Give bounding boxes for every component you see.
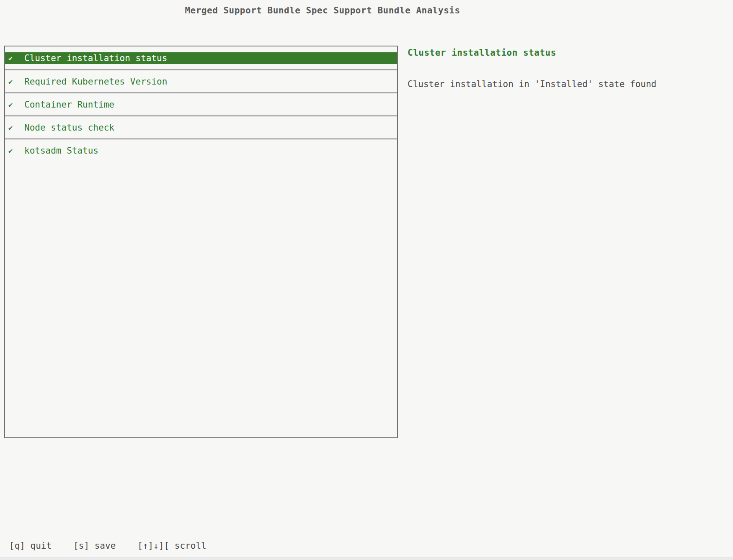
analyzer-row-bar: ✔ Cluster installation status xyxy=(5,52,397,64)
detail-panel-message: Cluster installation in 'Installed' stat… xyxy=(408,79,656,90)
analyzer-item-label: Required Kubernetes Version xyxy=(24,77,167,87)
app-title: Merged Support Bundle Spec Support Bundl… xyxy=(0,5,645,15)
analyzer-list-item[interactable]: ✔ kotsadm Status xyxy=(5,139,397,162)
analyzer-row-bar: ✔ Required Kubernetes Version xyxy=(5,76,397,87)
analyzer-item-label: Node status check xyxy=(24,123,114,133)
analyzer-item-label: Cluster installation status xyxy=(24,53,167,63)
scroll-key-hint: [↑]↓][ scroll xyxy=(137,541,206,551)
check-pass-icon: ✔ xyxy=(8,54,24,62)
save-key-hint: [s] save xyxy=(73,541,116,551)
check-pass-icon: ✔ xyxy=(8,146,24,155)
detail-panel: Cluster installation status Cluster inst… xyxy=(408,47,656,90)
analyzer-results-list[interactable]: ✔ Cluster installation status ✔ Required… xyxy=(4,46,398,438)
check-pass-icon: ✔ xyxy=(8,100,24,109)
analyzer-item-label: Container Runtime xyxy=(24,100,114,110)
check-pass-icon: ✔ xyxy=(8,77,24,86)
analyzer-item-label: kotsadm Status xyxy=(24,146,98,156)
check-pass-icon: ✔ xyxy=(8,123,24,132)
terminal-screen: Merged Support Bundle Spec Support Bundl… xyxy=(0,0,733,560)
analyzer-list-item[interactable]: ✔ Container Runtime xyxy=(5,92,397,116)
analyzer-row-bar: ✔ Node status check xyxy=(5,122,397,134)
window-bottom-edge xyxy=(0,557,733,560)
analyzer-list-item[interactable]: ✔ Cluster installation status xyxy=(5,46,397,69)
analyzer-list-item[interactable]: ✔ Required Kubernetes Version xyxy=(5,69,397,92)
quit-key-hint: [q] quit xyxy=(9,541,52,551)
detail-panel-title: Cluster installation status xyxy=(408,47,656,59)
footer-keybar: [q] quit [s] save [↑]↓][ scroll xyxy=(9,541,206,551)
analyzer-row-bar: ✔ kotsadm Status xyxy=(5,145,397,157)
analyzer-list-item[interactable]: ✔ Node status check xyxy=(5,116,397,139)
analyzer-row-bar: ✔ Container Runtime xyxy=(5,99,397,110)
